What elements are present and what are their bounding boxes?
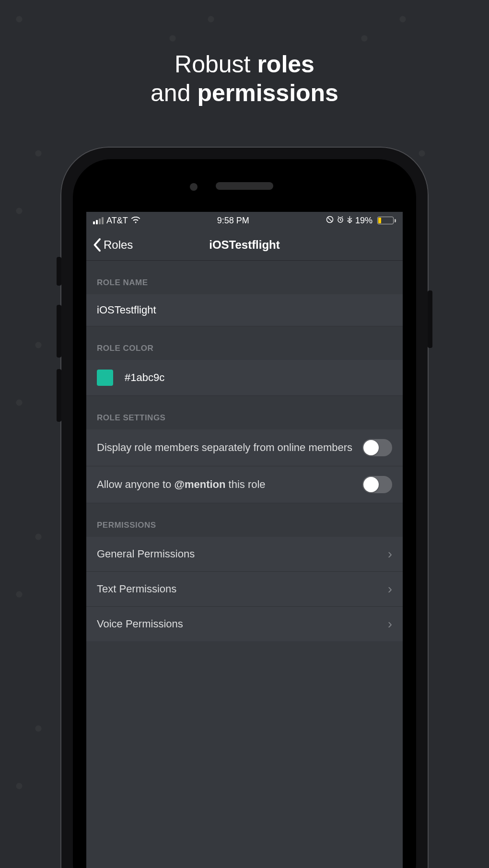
role-color-value: #1abc9c xyxy=(125,371,164,384)
phone-volume-down xyxy=(57,369,61,422)
phone-speaker xyxy=(216,182,273,190)
marketing-headline: Robust roles and permissions xyxy=(0,50,489,107)
permissions-text[interactable]: Text Permissions › xyxy=(86,572,403,607)
back-button[interactable]: Roles xyxy=(92,238,133,252)
screen: AT&T 9:58 PM 19% xyxy=(86,212,403,868)
headline-text-1: Robust xyxy=(175,51,257,78)
battery-icon xyxy=(375,217,396,224)
setting-display-separately-label: Display role members separately from onl… xyxy=(97,441,362,454)
do-not-disturb-icon xyxy=(326,216,334,226)
permissions-text-label: Text Permissions xyxy=(97,583,176,595)
chevron-right-icon: › xyxy=(388,616,392,632)
permissions-voice[interactable]: Voice Permissions › xyxy=(86,607,403,641)
phone-frame: AT&T 9:58 PM 19% xyxy=(60,147,429,868)
carrier-label: AT&T xyxy=(106,216,128,226)
status-right: 19% xyxy=(326,216,396,226)
phone-camera xyxy=(190,183,198,191)
wifi-icon xyxy=(131,216,140,226)
signal-icon xyxy=(93,217,104,224)
setting-allow-mention[interactable]: Allow anyone to @mention this role xyxy=(86,466,403,503)
permissions-general[interactable]: General Permissions › xyxy=(86,537,403,572)
headline-bold-1: roles xyxy=(257,51,314,78)
section-role-name-header: ROLE NAME xyxy=(86,261,403,294)
back-label: Roles xyxy=(104,238,133,252)
toggle-allow-mention[interactable] xyxy=(362,476,392,493)
section-permissions-header: PERMISSIONS xyxy=(86,503,403,537)
chevron-left-icon xyxy=(92,238,102,252)
permissions-general-label: General Permissions xyxy=(97,548,195,560)
phone-mute-switch xyxy=(57,257,61,286)
status-time: 9:58 PM xyxy=(217,216,249,226)
setting-display-separately[interactable]: Display role members separately from onl… xyxy=(86,429,403,466)
status-bar: AT&T 9:58 PM 19% xyxy=(86,212,403,229)
phone-power-button xyxy=(428,290,432,348)
color-swatch xyxy=(97,370,113,386)
role-name-value: iOSTestflight xyxy=(97,304,156,316)
role-color-picker[interactable]: #1abc9c xyxy=(86,360,403,396)
content: ROLE NAME iOSTestflight ROLE COLOR #1abc… xyxy=(86,261,403,641)
permissions-voice-label: Voice Permissions xyxy=(97,618,183,630)
phone-bezel: AT&T 9:58 PM 19% xyxy=(73,159,416,868)
chevron-right-icon: › xyxy=(388,546,392,562)
phone-volume-up xyxy=(57,305,61,358)
headline-text-2: and xyxy=(151,80,197,106)
section-role-color-header: ROLE COLOR xyxy=(86,326,403,360)
nav-header: Roles iOSTestflight xyxy=(86,229,403,261)
bluetooth-icon xyxy=(347,216,352,226)
section-role-settings-header: ROLE SETTINGS xyxy=(86,396,403,429)
status-left: AT&T xyxy=(93,216,140,226)
setting-allow-mention-label: Allow anyone to @mention this role xyxy=(97,478,362,491)
chevron-right-icon: › xyxy=(388,581,392,597)
role-name-input[interactable]: iOSTestflight xyxy=(86,294,403,326)
battery-percent: 19% xyxy=(355,216,373,226)
alarm-icon xyxy=(337,216,344,226)
toggle-display-separately[interactable] xyxy=(362,439,392,456)
headline-bold-2: permissions xyxy=(197,80,338,106)
nav-title: iOSTestflight xyxy=(86,238,403,252)
